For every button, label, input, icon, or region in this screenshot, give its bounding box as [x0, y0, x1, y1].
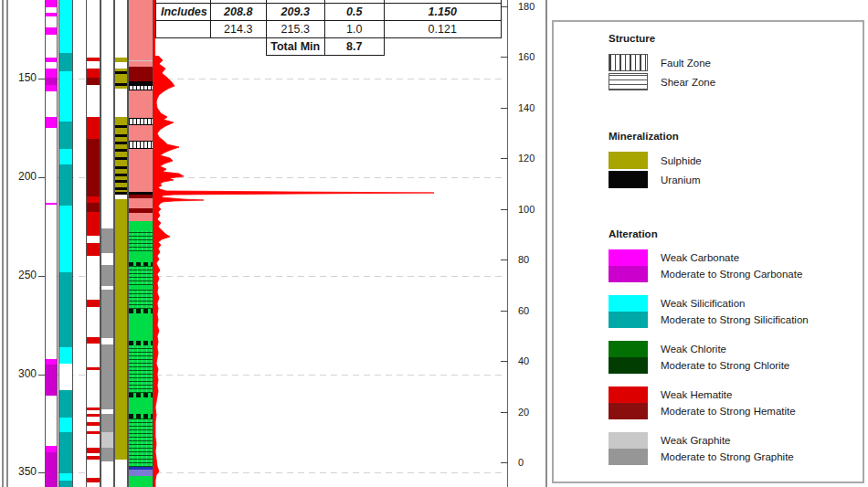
legend-item: Shear Zone — [609, 73, 863, 90]
legend-section: MineralizationSulphideUranium — [609, 131, 863, 188]
legend-item: Weak GraphiteModerate to Strong Graphite — [609, 432, 863, 465]
track-segment — [115, 180, 127, 183]
track-segment — [129, 470, 153, 476]
depth-axis-tick — [38, 177, 45, 178]
table-row: Includes208.8209.30.51.150 — [156, 4, 502, 21]
table-cell — [384, 38, 501, 56]
track-segment — [129, 141, 153, 149]
legend-label-weak: Weak Hematite — [661, 386, 796, 403]
legend-item: Weak CarbonateModerate to Strong Carbona… — [609, 249, 863, 282]
swatch-strong-half — [609, 403, 648, 419]
track-segment — [46, 58, 57, 62]
table-cell — [156, 38, 211, 56]
track-segment — [129, 90, 153, 118]
table-cell — [156, 21, 211, 38]
track-segment — [46, 27, 57, 35]
legend-item: Weak HematiteModerate to Strong Hematite — [609, 386, 863, 419]
legend-label-weak: Weak Graphite — [661, 432, 794, 449]
track-segment — [87, 139, 100, 196]
depth-axis-tick — [38, 79, 45, 79]
track-segment — [87, 203, 100, 212]
intercept-table: Includes208.8209.30.51.150214.3215.31.00… — [155, 0, 502, 56]
legend-item: Uranium — [609, 171, 863, 188]
depth-axis-tick — [38, 472, 45, 473]
right-axis-tick — [501, 361, 508, 362]
track-segment — [87, 448, 100, 453]
swatch-strong-half — [609, 357, 648, 374]
track-segment — [129, 118, 153, 125]
legend-section: StructureFault ZoneShear Zone — [609, 33, 863, 90]
legend-swatch — [609, 171, 648, 188]
track-segment — [129, 0, 153, 67]
legend-swatch — [609, 295, 648, 328]
right-axis-label: 0 — [518, 457, 524, 468]
depth-axis-tick — [38, 276, 45, 277]
legend-label-strong: Moderate to Strong Carbonate — [661, 266, 802, 282]
right-axis-tick — [501, 259, 508, 260]
right-axis-tick — [501, 209, 508, 210]
depth-axis-label: 150 — [5, 71, 37, 84]
table-cell: 209.3 — [266, 4, 324, 21]
legend-swatch — [609, 249, 648, 282]
track-segment — [129, 290, 153, 309]
right-axis-label: 180 — [518, 1, 535, 12]
legend-item-label: Fault Zone — [661, 58, 711, 69]
track-segment — [101, 432, 113, 448]
track-segment — [87, 422, 100, 426]
track-segment — [129, 476, 153, 487]
track-segment — [59, 164, 72, 206]
legend-item: Fault Zone — [609, 54, 863, 71]
depth-axis-label: 200 — [5, 170, 37, 183]
track-segment — [101, 265, 113, 286]
legend-swatch — [609, 73, 648, 90]
track-segment — [59, 347, 72, 364]
swatch-weak-half — [609, 432, 648, 449]
legend-item-label: Uranium — [661, 175, 700, 185]
outer-left-border — [2, 0, 4, 487]
swatch-strong-half — [609, 449, 648, 465]
track-segment — [59, 71, 72, 122]
log-panel-right-border — [545, 0, 547, 487]
track-segment — [59, 390, 72, 418]
track-segment — [115, 166, 127, 169]
right-axis-label: 20 — [518, 407, 529, 418]
track-segment — [115, 208, 127, 460]
table-row: 214.3215.31.00.121 — [156, 21, 502, 38]
depth-axis-label: 300 — [5, 367, 37, 380]
legend-label-strong: Moderate to Strong Chlorite — [661, 357, 789, 374]
table-cell: 214.3 — [210, 21, 266, 38]
table-cell: Total Min — [266, 38, 324, 56]
track-segment — [87, 431, 100, 434]
legend-section-title: Alteration — [609, 228, 863, 239]
graphite-track — [101, 0, 114, 487]
track-segment — [87, 414, 100, 417]
track-segment — [115, 142, 127, 144]
silicification-track — [58, 0, 73, 487]
carbonate-track — [45, 0, 58, 487]
track-segment — [59, 0, 72, 53]
legend-swatch — [609, 341, 648, 374]
track-segment — [46, 0, 57, 7]
legend-item-labels: Weak ChloriteModerate to Strong Chlorite — [661, 341, 789, 374]
swatch-weak-half — [609, 295, 648, 312]
lithology-track — [128, 0, 153, 487]
track-segment — [46, 85, 57, 91]
track-segment — [129, 418, 153, 467]
track-segment — [101, 414, 113, 432]
hematite-track — [86, 0, 101, 487]
track-segment — [115, 192, 127, 195]
legend-item-labels: Weak SilicificationModerate to Strong Si… — [661, 295, 809, 328]
track-segment — [129, 198, 153, 208]
swatch-weak-half — [609, 386, 648, 403]
swatch-weak-half — [609, 341, 648, 357]
track-segment — [115, 174, 127, 176]
legend-swatch — [609, 386, 648, 419]
depth-axis-label: 350 — [5, 465, 37, 478]
track-segment — [87, 337, 100, 344]
track-segment — [115, 187, 127, 190]
right-axis-tick — [501, 57, 508, 58]
legend-swatch — [609, 54, 648, 71]
track-segment — [59, 473, 72, 481]
right-axis-tick — [501, 158, 508, 159]
right-axis-label: 100 — [518, 204, 535, 215]
